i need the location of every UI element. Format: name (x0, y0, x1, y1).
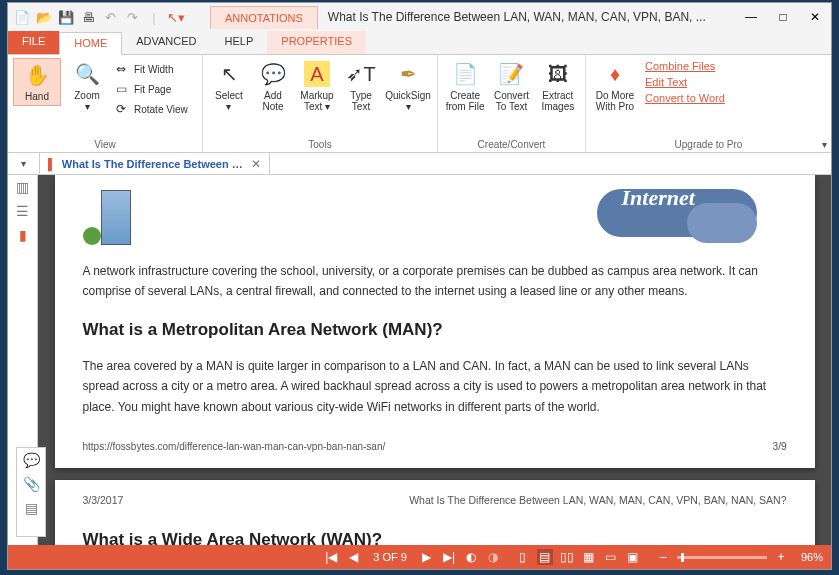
zoom-level[interactable]: 96% (795, 551, 823, 563)
tab-file[interactable]: FILE (8, 31, 59, 54)
quicksign-icon: ✒ (395, 61, 421, 87)
select-icon: ↖ (216, 61, 242, 87)
close-button[interactable]: ✕ (799, 3, 831, 31)
convert-text-icon: 📝 (498, 61, 524, 87)
page-4: 3/3/2017 What Is The Difference Between … (55, 480, 815, 545)
combine-files-link[interactable]: Combine Files (645, 60, 725, 72)
undo-icon[interactable]: ↶ (102, 9, 118, 25)
upgrade-group-label: Upgrade to Pro (591, 138, 826, 151)
doctab-menu-icon[interactable]: ▾ (8, 153, 40, 174)
page-indicator[interactable]: 3 OF 9 (367, 551, 413, 563)
hand-button[interactable]: ✋ Hand (13, 58, 61, 106)
tab-annotations[interactable]: ANNOTATIONS (210, 6, 318, 29)
convert-text-label: Convert To Text (491, 90, 531, 112)
collapse-ribbon-icon[interactable]: ▾ (822, 139, 827, 150)
create-icon: 📄 (452, 61, 478, 87)
zoom-slider[interactable] (677, 556, 767, 559)
hand-label: Hand (25, 91, 49, 102)
convert-to-text-button[interactable]: 📝Convert To Text (489, 58, 533, 115)
view-group-label: View (13, 138, 197, 151)
tab-advanced[interactable]: ADVANCED (122, 31, 210, 54)
cursor-tool-icon[interactable]: ↖▾ (168, 9, 184, 25)
tab-help[interactable]: HELP (211, 31, 268, 54)
heading-man: What is a Metropolitan Area Network (MAN… (83, 320, 787, 340)
next-view-icon[interactable]: ◑ (485, 550, 501, 564)
redo-icon[interactable]: ↷ (124, 9, 140, 25)
fit-width-button[interactable]: ⇔Fit Width (113, 60, 191, 78)
markup-text-button[interactable]: AMarkup Text ▾ (296, 58, 338, 115)
maximize-button[interactable]: □ (767, 3, 799, 31)
last-page-icon[interactable]: ▶| (441, 550, 457, 564)
cloud-label: Internet (622, 185, 695, 211)
quicksign-label: QuickSign▾ (385, 90, 431, 112)
quicksign-button[interactable]: ✒QuickSign▾ (384, 58, 432, 115)
rotate-icon: ⟳ (116, 102, 130, 116)
save-icon[interactable]: 💾 (58, 9, 74, 25)
facing-continuous-icon[interactable]: ▦ (581, 550, 597, 564)
next-page-icon[interactable]: ▶ (419, 550, 435, 564)
single-page-icon[interactable]: ▯ (515, 550, 531, 564)
open-icon[interactable]: 📂 (36, 9, 52, 25)
fit-width-icon: ⇔ (116, 62, 130, 76)
body-paragraph: The area covered by a MAN is quite large… (83, 356, 787, 417)
prev-page-icon[interactable]: ◀ (345, 550, 361, 564)
document-viewport[interactable]: Internet A network infrastructure coveri… (38, 175, 831, 545)
heading-wan: What is a Wide Area Network (WAN)? (83, 530, 787, 545)
view-mode-b-icon[interactable]: ▣ (625, 550, 641, 564)
facing-icon[interactable]: ▯▯ (559, 550, 575, 564)
rotate-view-button[interactable]: ⟳Rotate View (113, 100, 191, 118)
page-3: Internet A network infrastructure coveri… (55, 175, 815, 468)
first-page-icon[interactable]: |◀ (323, 550, 339, 564)
zoom-icon: 🔍 (74, 61, 100, 87)
view-mode-a-icon[interactable]: ▭ (603, 550, 619, 564)
add-note-button[interactable]: 💬Add Note (252, 58, 294, 115)
zoom-out-icon[interactable]: – (655, 550, 671, 564)
fit-page-button[interactable]: ▭Fit Page (113, 80, 191, 98)
tab-home[interactable]: HOME (59, 32, 122, 55)
zoom-in-icon[interactable]: + (773, 550, 789, 564)
page-footer-pagenum: 3/9 (773, 441, 787, 452)
continuous-icon[interactable]: ▤ (537, 549, 553, 565)
pdf-icon: ▌ (48, 158, 56, 170)
edit-text-link[interactable]: Edit Text (645, 76, 725, 88)
body-paragraph: A network infrastructure covering the sc… (83, 261, 787, 302)
comments-panel-icon[interactable]: 💬 (23, 452, 40, 468)
select-button[interactable]: ↖Select▾ (208, 58, 250, 115)
security-panel-icon[interactable]: ▤ (25, 500, 38, 516)
typetext-icon: ➶T (348, 61, 374, 87)
bookmarks-icon[interactable]: ☰ (16, 203, 29, 219)
note-icon: 💬 (260, 61, 286, 87)
fit-page-icon: ▭ (116, 82, 130, 96)
thumbnails-icon[interactable]: ▥ (16, 179, 29, 195)
create-label: Create from File (445, 90, 485, 112)
type-text-button[interactable]: ➶TType Text (340, 58, 382, 115)
add-note-label: Add Note (254, 90, 292, 112)
internet-cloud-graphic: Internet (577, 183, 787, 245)
type-text-label: Type Text (342, 90, 380, 112)
close-tab-icon[interactable]: ✕ (251, 157, 261, 171)
extract-label: Extract Images (538, 90, 578, 112)
select-label: Select▾ (215, 90, 243, 112)
convert-to-word-link[interactable]: Convert to Word (645, 92, 725, 104)
flag-icon[interactable]: ▮ (19, 227, 27, 243)
extract-images-button[interactable]: 🖼Extract Images (536, 58, 580, 115)
do-more-label: Do More With Pro (593, 90, 637, 112)
minimize-button[interactable]: — (735, 3, 767, 31)
qat-sep: | (146, 9, 162, 25)
attachments-panel-icon[interactable]: 📎 (23, 476, 40, 492)
markup-label: Markup Text ▾ (298, 90, 336, 112)
page-header-date: 3/3/2017 (83, 494, 124, 506)
building-graphic (83, 185, 153, 245)
app-icon: 📄 (14, 9, 30, 25)
do-more-button[interactable]: ♦Do More With Pro (591, 58, 639, 115)
zoom-label: Zoom▾ (74, 90, 100, 112)
zoom-button[interactable]: 🔍 Zoom▾ (63, 58, 111, 115)
document-tab[interactable]: ▌ What Is The Difference Between LA... ✕ (40, 153, 270, 174)
prev-view-icon[interactable]: ◐ (463, 550, 479, 564)
print-icon[interactable]: 🖶 (80, 9, 96, 25)
tab-properties[interactable]: PROPERTIES (267, 31, 366, 54)
page-footer-url: https://fossbytes.com/difference-lan-wan… (83, 441, 386, 452)
page-header-title: What Is The Difference Between LAN, WAN,… (409, 494, 786, 506)
create-from-file-button[interactable]: 📄Create from File (443, 58, 487, 115)
tools-group-label: Tools (208, 138, 432, 151)
